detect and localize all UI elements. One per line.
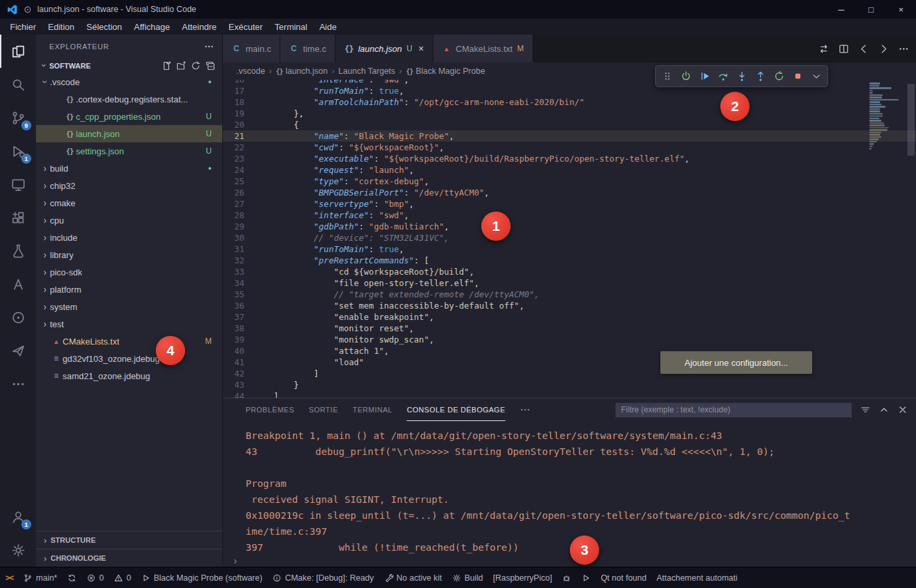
refresh-icon[interactable] [190, 61, 201, 71]
add-configuration-button[interactable]: Ajouter une configuration... [660, 351, 812, 374]
tab-main-c[interactable]: Cmain.c [223, 35, 280, 63]
status-sync[interactable] [67, 573, 77, 583]
tree-item-system[interactable]: ›system [36, 298, 222, 315]
activity-remote-explorer[interactable] [0, 168, 36, 201]
console-filter-input[interactable] [615, 402, 852, 418]
activity-run-debug[interactable]: 1 [0, 134, 36, 168]
minimize-button[interactable]: ─ [826, 0, 856, 19]
workspace-section-header[interactable]: › SOFTWARE [36, 58, 222, 73]
menu-terminal[interactable]: Terminal [269, 20, 314, 34]
tree-item-gd32vf103-ozone-jdebug[interactable]: ≡gd32vf103_ozone.jdebug [36, 350, 222, 367]
activity-settings[interactable] [0, 533, 36, 567]
status-qt[interactable]: Qt not found [600, 573, 646, 583]
breadcrumb-item-launch-targets[interactable]: Launch Targets [338, 67, 395, 76]
panel-tab-console-de-d-bogage[interactable]: CONSOLE DE DÉBOGAGE [407, 398, 505, 421]
menu-affichage[interactable]: Affichage [128, 20, 176, 34]
panel-tab-terminal[interactable]: TERMINAL [353, 398, 393, 421]
navigate-back-icon[interactable] [858, 43, 869, 55]
stop-button[interactable] [789, 68, 806, 85]
code-editor[interactable]: 16 "interface": "swd",17 "runToMain": tr… [223, 80, 916, 398]
status-errors[interactable]: 0 [87, 573, 104, 583]
tree-item-include[interactable]: ›include [36, 229, 222, 246]
activity-ext-flag[interactable] [0, 334, 36, 367]
filter-lines-icon[interactable] [860, 404, 871, 415]
activity-explorer[interactable] [0, 35, 36, 68]
tree-item-cmake[interactable]: ›cmake [36, 194, 222, 212]
tree-item-test[interactable]: ›test [36, 315, 222, 333]
panel-tab-probl-mes[interactable]: PROBLÈMES [246, 398, 294, 421]
tree-item-vscode[interactable]: ›.vscode● [36, 73, 222, 90]
tab-cmakelists-txt[interactable]: ▲CMakeLists.txtM [433, 35, 533, 63]
status-active-kit[interactable]: No active kit [384, 573, 442, 583]
debug-console-input[interactable]: › [223, 553, 916, 567]
activity-ext-circle[interactable] [0, 301, 36, 334]
timeline-section[interactable]: › CHRONOLOGIE [36, 549, 222, 567]
activity-extensions[interactable] [0, 201, 36, 234]
restart-button[interactable] [770, 68, 788, 85]
menu-s-lection[interactable]: Sélection [81, 20, 128, 34]
menu-aide[interactable]: Aide [314, 20, 343, 34]
menu-ex-cuter[interactable]: Exécuter [222, 20, 268, 34]
status-branch[interactable]: main* [23, 573, 57, 583]
debug-more-button[interactable] [807, 68, 825, 85]
open-changes-icon[interactable] [818, 43, 829, 55]
status-cmake-status[interactable]: CMake: [Debug]: Ready [272, 573, 373, 583]
tree-item-cpu[interactable]: ›cpu [36, 212, 222, 229]
tree-item-pico-sdk[interactable]: ›pico-sdk [36, 263, 222, 281]
maximize-button[interactable]: □ [856, 0, 886, 19]
tree-item-chip32[interactable]: ›chip32 [36, 177, 222, 194]
tree-item-cmakelists-txt[interactable]: ▲CMakeLists.txtM [36, 333, 222, 350]
new-folder-icon[interactable] [176, 61, 186, 71]
close-icon[interactable] [897, 404, 908, 415]
tree-item-platform[interactable]: ›platform [36, 281, 222, 298]
tree-item-samd21-ozone-jdebug[interactable]: ≡samd21_ozone.jdebug [36, 367, 222, 384]
menu-edition[interactable]: Edition [42, 20, 81, 34]
step-into-button[interactable] [733, 68, 750, 85]
continue-button[interactable] [696, 68, 713, 85]
tree-item-launch-json[interactable]: {}launch.jsonU [36, 125, 222, 142]
activity-testing[interactable] [0, 234, 36, 267]
collapse-all-icon[interactable] [205, 61, 216, 71]
step-over-button[interactable] [714, 68, 732, 85]
breadcrumb-item-black-magic-probe[interactable]: {}Black Magic Probe [406, 67, 485, 76]
editor-scrollbar[interactable] [907, 84, 915, 156]
minimap[interactable] [869, 82, 905, 150]
status-variant[interactable]: [RaspberryPico] [493, 573, 552, 583]
status-debug[interactable] [562, 573, 571, 583]
status-remote[interactable]: >< [5, 573, 13, 583]
step-out-button[interactable] [752, 68, 769, 85]
activity-search[interactable] [0, 68, 36, 101]
tree-item-settings-json[interactable]: {}settings.jsonU [36, 142, 222, 160]
tree-item-c-cpp-properties-json[interactable]: {}c_cpp_properties.jsonU [36, 108, 222, 125]
sidebar-more-actions-icon[interactable] [204, 41, 214, 52]
panel-tab-sortie[interactable]: SORTIE [309, 398, 338, 421]
menu-atteindre[interactable]: Atteindre [176, 20, 222, 34]
breadcrumb-item-launch-json[interactable]: {}launch.json [276, 67, 328, 76]
outline-section[interactable]: › STRUCTURE [36, 531, 222, 549]
drag-handle[interactable] [658, 68, 676, 85]
power-button[interactable] [677, 68, 694, 85]
activity-source-control[interactable]: 9 [0, 101, 36, 134]
tree-item-cortex-debug-registers-stat[interactable]: {}.cortex-debug.registers.stat... [36, 90, 222, 108]
split-editor-icon[interactable] [838, 43, 849, 55]
activity-account[interactable]: 1 [0, 500, 36, 533]
navigate-forward-icon[interactable] [878, 43, 889, 55]
close-button[interactable]: × [886, 0, 916, 19]
status-warnings[interactable]: 0 [114, 573, 131, 583]
activity-more[interactable] [0, 367, 36, 400]
close-icon[interactable]: × [418, 43, 423, 54]
tree-item-library[interactable]: ›library [36, 246, 222, 263]
activity-ext-a[interactable] [0, 267, 36, 301]
panel-more-tabs-icon[interactable]: ⋯ [520, 404, 530, 416]
breadcrumb-item-vscode[interactable]: .vscode [236, 67, 265, 76]
tab-time-c[interactable]: Ctime.c [280, 35, 336, 63]
new-file-icon[interactable] [161, 61, 172, 71]
tab-launch-json[interactable]: {}launch.jsonU× [336, 35, 433, 63]
more-actions-icon[interactable] [898, 43, 909, 55]
chevron-up-icon[interactable] [879, 404, 889, 415]
status-launch[interactable] [581, 573, 590, 583]
status-build[interactable]: Build [452, 573, 483, 583]
menu-fichier[interactable]: Fichier [4, 20, 42, 34]
status-auto-attach[interactable]: Attachement automati [656, 573, 738, 583]
tree-item-build[interactable]: ›build● [36, 160, 222, 177]
